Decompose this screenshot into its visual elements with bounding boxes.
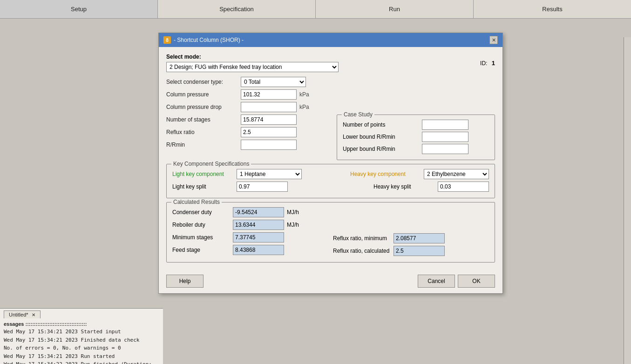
column-pressure-row: Column pressure kPa <box>166 89 495 100</box>
reboiler-duty-input <box>233 220 284 230</box>
untitled-tab[interactable]: Untitled* ✕ <box>4 310 41 318</box>
feed-stage-row: Feed stage <box>172 245 328 255</box>
titlebar-left: 8 - Shortcut Column (SHOR) - <box>163 36 244 44</box>
condenser-duty-row: Condenser duty MJ/h <box>172 207 328 217</box>
help-button[interactable]: Help <box>166 275 204 288</box>
column-pressure-label: Column pressure <box>166 91 241 98</box>
id-value: 1 <box>492 60 495 67</box>
reboiler-duty-row: Reboiler duty MJ/h <box>172 220 328 230</box>
upper-bound-label: Upper bound R/Rmin <box>343 146 422 152</box>
condenser-duty-unit: MJ/h <box>287 209 299 216</box>
dialog-footer: Help Cancel OK <box>159 275 502 293</box>
bottom-message-panel: Untitled* ✕ essages ::::::::::::::::::::… <box>0 308 163 364</box>
light-key-select[interactable]: 1 Heptane <box>237 169 302 179</box>
id-section: ID: 1 <box>480 60 495 67</box>
message-content: Wed May 17 15:34:21 2023 Started input W… <box>4 328 159 364</box>
num-stages-input[interactable] <box>241 115 297 125</box>
reflux-ratio-calc-label: Reflux ratio, calculated <box>333 248 394 254</box>
reflux-ratio-min-input <box>394 233 445 243</box>
reflux-ratio-calc-row: Reflux ratio, calculated <box>333 246 489 256</box>
reflux-ratio-label: Reflux ratio <box>166 129 241 135</box>
mode-select[interactable]: 2 Design; FUG with Fenske feed tray loca… <box>166 62 339 72</box>
dialog-shortcut-column: 8 - Shortcut Column (SHOR) - ✕ Select mo… <box>158 33 503 294</box>
calculated-results-title: Calculated Results <box>171 199 222 205</box>
num-points-input[interactable] <box>422 120 468 130</box>
dialog-app-icon: 8 <box>163 36 171 44</box>
condenser-duty-input <box>233 207 284 217</box>
left-params: Number of stages Reflux ratio R/Rmin <box>166 115 332 160</box>
stages-case-section: Number of stages Reflux ratio R/Rmin <box>166 115 495 160</box>
top-nav: Setup Specification Run Results <box>0 0 631 19</box>
messages-header: essages ::::::::::::::::::::::::::::::::… <box>4 321 159 327</box>
upper-bound-input[interactable] <box>422 144 468 154</box>
column-pressure-drop-unit: kPa <box>299 104 309 110</box>
lower-bound-label: Lower bound R/Rmin <box>343 134 422 140</box>
reboiler-duty-unit: MJ/h <box>287 222 299 228</box>
light-key-split-input[interactable] <box>237 182 288 192</box>
upper-bound-row: Upper bound R/Rmin <box>343 144 489 154</box>
case-study-section: Case Study Number of points Lower bound … <box>337 115 495 160</box>
column-pressure-input[interactable] <box>241 89 297 100</box>
key-component-title: Key Component Specifications <box>171 161 251 167</box>
case-study-group: Case Study Number of points Lower bound … <box>337 115 495 160</box>
min-stages-label: Minimum stages <box>172 234 233 241</box>
dialog-title: - Shortcut Column (SHOR) - <box>174 37 244 43</box>
tab-specification[interactable]: Specification <box>158 0 316 18</box>
feed-stage-label: Feed stage <box>172 247 233 253</box>
num-stages-row: Number of stages <box>166 115 332 125</box>
min-stages-input <box>233 232 284 243</box>
light-key-label: Light key component <box>172 171 233 177</box>
column-pressure-drop-row: Column pressure drop kPa <box>166 102 495 112</box>
select-mode-label: Select mode: <box>166 54 339 60</box>
close-button[interactable]: ✕ <box>489 36 498 44</box>
message-line-2: Wed May 17 15:34:21 2023 Finished data c… <box>4 336 159 344</box>
condenser-select[interactable]: 0 Total <box>241 77 306 87</box>
reflux-ratio-row: Reflux ratio <box>166 127 332 137</box>
tab-run[interactable]: Run <box>316 0 474 18</box>
num-stages-label: Number of stages <box>166 116 241 123</box>
message-line-4: Wed May 17 15:34:21 2023 Run started <box>4 352 159 361</box>
reflux-ratio-input[interactable] <box>241 127 297 137</box>
tab-setup[interactable]: Setup <box>0 0 158 18</box>
column-pressure-unit: kPa <box>299 91 309 98</box>
heavy-key-select[interactable]: 2 Ethylbenzene <box>424 169 489 179</box>
ok-button[interactable]: OK <box>458 275 495 288</box>
r-rmin-input[interactable] <box>241 140 297 150</box>
heavy-key-label: Heavy key component <box>350 171 420 177</box>
key-split-row: Light key split Heavy key split <box>172 182 489 192</box>
reboiler-duty-label: Reboiler duty <box>172 222 233 228</box>
light-key-split-label: Light key split <box>172 183 233 190</box>
r-rmin-label: R/Rmin <box>166 142 241 148</box>
column-pressure-drop-label: Column pressure drop <box>166 104 241 110</box>
dialog-titlebar: 8 - Shortcut Column (SHOR) - ✕ <box>159 33 502 47</box>
reflux-ratio-calc-input <box>394 246 445 256</box>
right-scrollbar[interactable] <box>624 37 631 364</box>
action-buttons: Cancel OK <box>418 275 495 288</box>
main-area: 8 - Shortcut Column (SHOR) - ✕ Select mo… <box>0 19 631 364</box>
id-label: ID: <box>480 60 487 67</box>
heavy-key-split-label: Heavy key split <box>373 183 434 190</box>
lower-bound-input[interactable] <box>422 132 468 142</box>
feed-stage-input <box>233 245 284 255</box>
calc-columns: Condenser duty MJ/h Reboiler duty MJ/h M… <box>172 207 489 258</box>
mode-row: Select mode: 2 Design; FUG with Fenske f… <box>166 54 495 72</box>
num-points-row: Number of points <box>343 120 489 130</box>
condenser-duty-label: Condenser duty <box>172 209 233 216</box>
calc-right-col: Reflux ratio, minimum Reflux ratio, calc… <box>333 207 489 258</box>
cancel-button[interactable]: Cancel <box>418 275 455 288</box>
select-mode-section: Select mode: 2 Design; FUG with Fenske f… <box>166 54 339 72</box>
calc-left-col: Condenser duty MJ/h Reboiler duty MJ/h M… <box>172 207 328 258</box>
r-rmin-row: R/Rmin <box>166 140 332 150</box>
condenser-type-label: Select condenser type: <box>166 79 241 85</box>
case-study-title: Case Study <box>342 111 374 118</box>
heavy-key-split-input[interactable] <box>438 182 489 192</box>
lower-bound-row: Lower bound R/Rmin <box>343 132 489 142</box>
message-line-3: No. of errors = 0, No. of warnings = 0 <box>4 344 159 352</box>
column-pressure-drop-input[interactable] <box>241 102 297 112</box>
tab-results[interactable]: Results <box>474 0 631 18</box>
num-points-label: Number of points <box>343 121 422 128</box>
calculated-results-group: Calculated Results Condenser duty MJ/h R… <box>166 202 495 263</box>
tab-close-icon[interactable]: ✕ <box>32 312 35 317</box>
key-component-row: Light key component 1 Heptane Heavy key … <box>172 169 489 179</box>
condenser-type-row: Select condenser type: 0 Total <box>166 77 495 87</box>
